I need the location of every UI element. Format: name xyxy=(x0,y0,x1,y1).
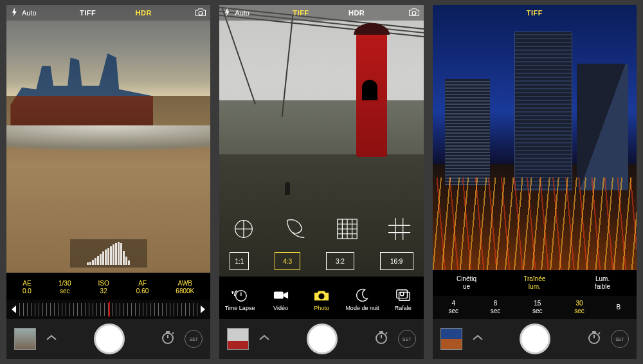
scene-building xyxy=(514,32,572,190)
camera-switch-icon[interactable] xyxy=(195,7,206,19)
af-readout[interactable]: AF0.60 xyxy=(136,280,149,296)
camera-panel-2: Auto TIFF HDR 1:1 4:3 3:2 16:9 xyxy=(219,5,423,359)
grid-thirds-icon[interactable] xyxy=(385,215,413,243)
timer-icon[interactable] xyxy=(160,330,176,348)
mode-night[interactable]: Mode de nuit xyxy=(344,287,380,311)
set-button[interactable]: SET xyxy=(185,330,203,348)
shutter-button[interactable] xyxy=(307,323,338,354)
flash-icon[interactable] xyxy=(223,8,231,18)
mode-burst[interactable]: Rafale xyxy=(385,287,421,311)
exposure-readout: AE0.0 1/30sec ISO32 AF0.60 AWB6800K xyxy=(6,273,210,300)
set-button[interactable]: SET xyxy=(611,330,629,348)
ratio-1-1[interactable]: 1:1 xyxy=(230,252,249,270)
top-bar: Auto TIFF HDR xyxy=(6,5,210,21)
flash-icon[interactable] xyxy=(10,8,18,18)
mode-photo[interactable]: Photo xyxy=(303,287,340,311)
light-mode-lowlight[interactable]: Lum.faible xyxy=(582,275,623,291)
gallery-thumbnail[interactable] xyxy=(440,328,462,350)
viewfinder[interactable]: 1:1 4:3 3:2 16:9 xyxy=(219,5,423,277)
timer-icon[interactable] xyxy=(374,330,389,348)
scene-building xyxy=(577,64,628,191)
spiral-icon[interactable] xyxy=(282,215,310,243)
chevron-up-icon[interactable] xyxy=(471,333,484,345)
shutter-bar: SET xyxy=(219,319,423,359)
camera-panel-1: Auto TIFF HDR AE0.0 1/30sec ISO32 AF0.60… xyxy=(6,5,210,359)
scene-light-trails xyxy=(433,177,637,270)
iso-readout[interactable]: ISO32 xyxy=(98,280,109,296)
svg-rect-6 xyxy=(397,289,408,298)
shutter-bar: SET xyxy=(6,319,210,359)
viewfinder[interactable] xyxy=(6,5,210,273)
crosshair-icon[interactable] xyxy=(230,215,258,243)
timer-icon[interactable] xyxy=(586,330,602,348)
shutter-bar: SET xyxy=(433,319,637,359)
capture-modes: Time Lapse Vidéo Photo Mode de nuit Rafa… xyxy=(219,277,423,319)
ruler-ticks[interactable] xyxy=(19,303,197,316)
svg-point-4 xyxy=(318,293,324,299)
ratio-row: 1:1 4:3 3:2 16:9 xyxy=(230,252,413,270)
ratio-3-2[interactable]: 3:2 xyxy=(326,252,354,270)
awb-readout[interactable]: AWB6800K xyxy=(176,280,194,296)
tab-hdr[interactable]: HDR xyxy=(349,9,365,17)
light-modes: Cinétique Traînéelum. Lum.faible xyxy=(433,270,637,296)
triangle-right-icon[interactable] xyxy=(200,305,206,314)
shutter-button[interactable] xyxy=(520,323,550,354)
format-label: TIFF xyxy=(527,9,543,17)
light-mode-kinetic[interactable]: Cinétique xyxy=(446,275,487,291)
ratio-16-9[interactable]: 16:9 xyxy=(380,252,413,270)
ae-readout[interactable]: AE0.0 xyxy=(23,280,32,296)
format-tabs: TIFF HDR xyxy=(41,9,192,17)
top-bar: TIFF xyxy=(433,5,637,21)
scene-lighthouse xyxy=(356,32,387,157)
duration-8s[interactable]: 8sec xyxy=(491,300,501,315)
histogram[interactable] xyxy=(70,239,147,268)
shutter-readout[interactable]: 1/30sec xyxy=(59,280,71,296)
tab-tiff[interactable]: TIFF xyxy=(293,9,309,17)
overlay-row xyxy=(230,215,413,243)
duration-4s[interactable]: 4sec xyxy=(448,300,458,315)
duration-bulb[interactable]: B xyxy=(616,304,620,311)
svg-rect-3 xyxy=(273,291,283,298)
set-button[interactable]: SET xyxy=(398,330,416,348)
scene-building xyxy=(445,79,490,185)
duration-picker: 4sec 8sec 15sec 30sec B xyxy=(433,296,637,319)
light-mode-trail[interactable]: Traînéelum. xyxy=(514,275,555,291)
top-bar: Auto TIFF HDR xyxy=(219,5,423,21)
camera-switch-icon[interactable] xyxy=(408,7,420,19)
viewfinder[interactable] xyxy=(433,5,637,270)
camera-panel-3: TIFF Cinétique Traînéelum. Lum.faible 4s… xyxy=(433,5,637,359)
svg-point-2 xyxy=(236,290,247,301)
scene-shoreline xyxy=(6,125,210,163)
flash-label: Auto xyxy=(22,9,37,17)
grid-fine-icon[interactable] xyxy=(333,215,361,243)
duration-30s[interactable]: 30sec xyxy=(574,300,584,315)
ratio-4-3[interactable]: 4:3 xyxy=(275,252,300,270)
mode-timelapse[interactable]: Time Lapse xyxy=(222,287,258,311)
scene-person xyxy=(285,182,290,195)
mode-video[interactable]: Vidéo xyxy=(263,287,299,311)
flash-label: Auto xyxy=(235,9,249,17)
gallery-thumbnail[interactable] xyxy=(227,328,249,350)
tab-hdr[interactable]: HDR xyxy=(136,9,152,17)
shutter-button[interactable] xyxy=(94,323,125,354)
ev-slider[interactable] xyxy=(6,300,210,319)
triangle-left-icon[interactable] xyxy=(10,305,17,314)
svg-point-7 xyxy=(400,292,404,296)
duration-15s[interactable]: 15sec xyxy=(532,300,543,315)
tab-tiff[interactable]: TIFF xyxy=(80,9,96,17)
chevron-up-icon[interactable] xyxy=(258,333,271,345)
gallery-thumbnail[interactable] xyxy=(14,328,36,350)
composition-tools: 1:1 4:3 3:2 16:9 xyxy=(219,208,423,277)
chevron-up-icon[interactable] xyxy=(45,333,58,345)
